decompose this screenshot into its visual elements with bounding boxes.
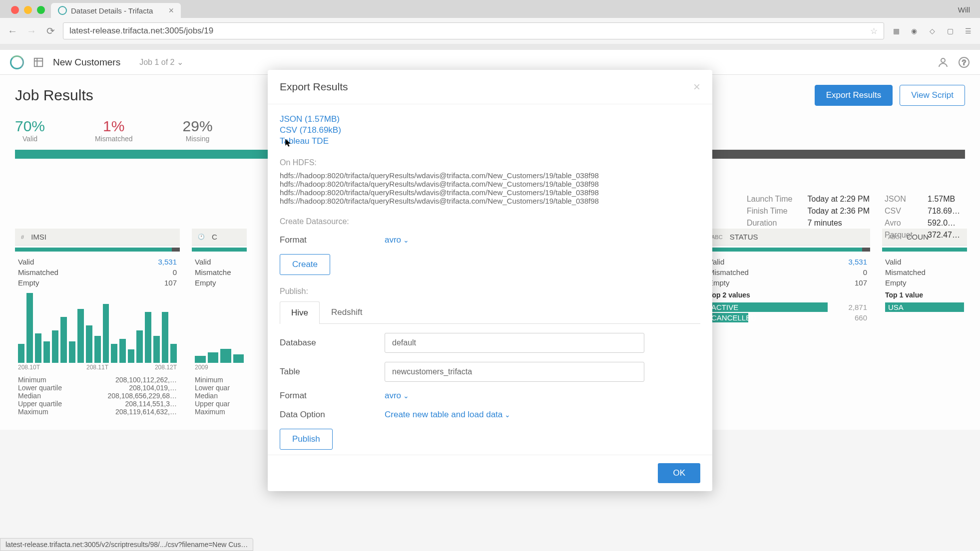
extension-icon-3[interactable]: ◇: [926, 25, 938, 37]
column-status: ABCSTATUS Valid3,531 Mismatched0 Empty10…: [705, 229, 870, 420]
app-logo-icon[interactable]: [10, 55, 24, 69]
menu-icon[interactable]: ☰: [962, 25, 974, 37]
maximize-window-icon[interactable]: [37, 6, 45, 14]
pub-format-label: Format: [280, 391, 385, 401]
user-icon[interactable]: [937, 56, 949, 68]
tab-title: Dataset Details - Trifacta: [71, 6, 153, 15]
job-metadata: Launch TimeToday at 2:29 PM JSON1.57MB F…: [747, 195, 960, 240]
data-option-label: Data Option: [280, 410, 385, 420]
forward-button: →: [25, 24, 38, 37]
hdfs-path: hdfs://hadoop:8020/trifacta/queryResults…: [280, 188, 700, 197]
table-input[interactable]: [385, 362, 644, 382]
browser-tab[interactable]: Dataset Details - Trifacta ×: [51, 3, 181, 18]
create-button[interactable]: Create: [280, 254, 330, 275]
extension-icon[interactable]: ▦: [890, 25, 902, 37]
svg-point-3: [941, 58, 945, 62]
tab-hive[interactable]: Hive: [280, 301, 320, 324]
pub-format-dropdown[interactable]: avro: [385, 391, 409, 401]
column-country: ABCCOUN Valid Mismatched Empty Top 1 val…: [882, 229, 967, 420]
imsi-histogram: [15, 288, 180, 363]
hdfs-section-label: On HDFS:: [280, 158, 700, 167]
extension-icon-4[interactable]: ▢: [944, 25, 956, 37]
dataset-name: New Customers: [53, 57, 120, 68]
status-bar: latest-release.trifacta.net:3005/v2/scri…: [0, 538, 253, 551]
job-nav[interactable]: Job 1 of 2 ⌄: [139, 57, 183, 67]
tab-close-icon[interactable]: ×: [168, 5, 174, 16]
publish-label: Publish:: [280, 287, 700, 296]
download-json-link[interactable]: JSON (1.57MB): [280, 114, 700, 124]
url-text: latest-release.trifacta.net:3005/jobs/19: [69, 26, 213, 36]
format-dropdown[interactable]: avro: [385, 235, 409, 245]
window-controls: [5, 2, 51, 18]
hdfs-path: hdfs://hadoop:8020/trifacta/queryResults…: [280, 197, 700, 205]
column-date: 🕐C Valid Mismatche Empty 2009 Minimum Lo…: [192, 229, 247, 420]
close-icon[interactable]: ×: [693, 80, 700, 94]
minimize-window-icon[interactable]: [24, 6, 32, 14]
browser-chrome: Dataset Details - Trifacta × Will ← → ⟳ …: [0, 0, 980, 50]
mismatched-pct: 1%: [95, 118, 132, 135]
valid-pct: 70%: [15, 118, 45, 135]
database-label: Database: [280, 338, 385, 348]
download-csv-link[interactable]: CSV (718.69kB): [280, 125, 700, 135]
sheet-icon: [33, 57, 44, 68]
table-label: Table: [280, 367, 385, 377]
export-results-modal: Export Results × JSON (1.57MB) CSV (718.…: [268, 70, 712, 491]
view-script-button[interactable]: View Script: [900, 85, 965, 106]
bookmark-icon[interactable]: ☆: [870, 26, 878, 36]
missing-pct: 29%: [183, 118, 213, 135]
export-results-button[interactable]: Export Results: [815, 85, 893, 106]
publish-button[interactable]: Publish: [280, 429, 333, 450]
tab-bar: Dataset Details - Trifacta × Will: [0, 0, 980, 18]
user-menu[interactable]: Will: [948, 1, 980, 18]
extension-icon-2[interactable]: ◉: [908, 25, 920, 37]
back-button[interactable]: ←: [6, 24, 19, 37]
hdfs-path: hdfs://hadoop:8020/trifacta/queryResults…: [280, 171, 700, 180]
svg-rect-0: [34, 58, 43, 66]
hdfs-path: hdfs://hadoop:8020/trifacta/queryResults…: [280, 180, 700, 188]
column-imsi: #IMSI Valid3,531 Mismatched0 Empty107 20…: [15, 229, 180, 420]
favicon-icon: [58, 6, 67, 15]
type-icon: #: [21, 234, 24, 240]
ok-button[interactable]: OK: [658, 463, 700, 483]
nav-right: ▦ ◉ ◇ ▢ ☰: [890, 25, 974, 37]
format-label: Format: [280, 235, 385, 245]
database-input[interactable]: [385, 333, 644, 353]
modal-title: Export Results: [280, 81, 348, 93]
create-datasource-label: Create Datasource:: [280, 217, 700, 226]
page-title: Job Results: [15, 87, 93, 104]
url-bar[interactable]: latest-release.trifacta.net:3005/jobs/19…: [63, 22, 884, 39]
reload-button[interactable]: ⟳: [44, 24, 57, 37]
tab-redshift[interactable]: Redshift: [320, 301, 374, 323]
data-option-dropdown[interactable]: Create new table and load data: [385, 410, 510, 420]
close-window-icon[interactable]: [11, 6, 19, 14]
nav-bar: ← → ⟳ latest-release.trifacta.net:3005/j…: [0, 18, 980, 44]
clock-icon: 🕐: [198, 234, 205, 240]
publish-tabs: Hive Redshift: [280, 301, 700, 324]
download-tde-link[interactable]: Tableau TDE: [280, 136, 700, 146]
help-icon[interactable]: ?: [958, 56, 970, 68]
svg-text:?: ?: [962, 58, 966, 66]
